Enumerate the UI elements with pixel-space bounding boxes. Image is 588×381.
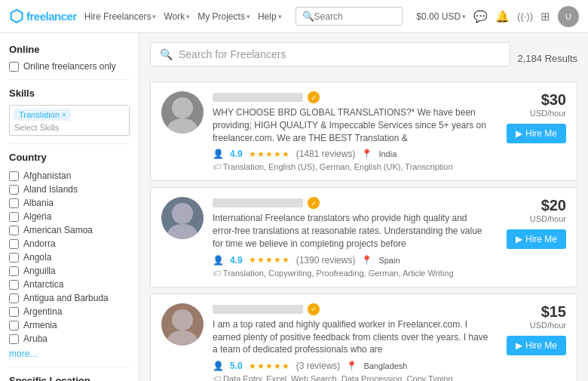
chevron-down-icon: ▾ [278, 13, 282, 20]
country-checkbox[interactable] [9, 280, 19, 290]
online-only-checkbox[interactable] [9, 62, 19, 72]
country-list-item[interactable]: Antarctica [9, 278, 130, 291]
location-section: Specific Location 📍 [9, 375, 130, 381]
country-list-item[interactable]: Armenia [9, 318, 130, 332]
country-name: Andorra [23, 238, 56, 249]
hire-me-button[interactable]: ▶ Hire Me [507, 229, 566, 249]
card-tags: 🏷 Data Entry, Excel, Web Search, Data Pr… [213, 374, 489, 381]
country-checkbox[interactable] [9, 198, 19, 208]
select-skills-label[interactable]: Select Skills [14, 123, 124, 132]
country-checkbox[interactable] [9, 185, 19, 195]
country-list-item[interactable]: Algeria [9, 210, 130, 223]
country-list-item[interactable]: Afghanistan [9, 169, 130, 183]
online-checkbox-row[interactable]: Online freelancers only [9, 61, 130, 72]
country-list-item[interactable]: Aland Islands [9, 183, 130, 196]
rating-number: 5.0 [230, 361, 243, 371]
card-tags: 🏷 Translation, Copywriting, Proofreading… [213, 269, 489, 278]
specific-location-title: Specific Location [9, 375, 130, 381]
message-icon[interactable]: 💬 [473, 10, 488, 23]
freelancer-card: ✓ WHY CHOOSE BRD GLOBAL TRANSLATIONS?* W… [150, 81, 577, 181]
search-icon: 🔍 [302, 11, 314, 22]
card-price: $20 USD/hour [530, 197, 566, 223]
country-list-item[interactable]: Albania [9, 196, 130, 210]
skills-section-title: Skills [9, 88, 130, 99]
card-price: $15 USD/hour [530, 303, 566, 330]
freelancer-name [213, 93, 303, 102]
country-list-item[interactable]: Andorra [9, 237, 130, 250]
country-checkbox[interactable] [9, 239, 19, 249]
price-amount: $30 [530, 91, 566, 109]
country-checkbox[interactable] [9, 212, 19, 222]
nav-help[interactable]: Help ▾ [258, 11, 282, 22]
notification-bell-icon[interactable]: 🔔 [495, 10, 510, 23]
remove-skill-button[interactable]: × [62, 111, 66, 119]
card-tags: 🏷 Translation, English (US), German, Eng… [213, 162, 489, 171]
country-name: American Samoa [23, 225, 93, 235]
logo-icon: ⬡ [9, 7, 23, 26]
nav-hire-freelancers[interactable]: Hire Freelancers ▾ [84, 11, 157, 22]
hire-label: Hire Me [525, 128, 557, 139]
svg-point-1 [167, 118, 198, 134]
country-checkbox[interactable] [9, 226, 19, 235]
country-checkbox[interactable] [9, 266, 19, 276]
card-name-row: ✓ [213, 303, 489, 315]
search-row: 🔍 Search for Freelancers 2,184 Results [150, 42, 577, 74]
nav-right: $0.00 USD ▾ 💬 🔔 ((·)) ⊞ U [416, 6, 579, 27]
country-name: Algeria [23, 211, 51, 222]
country-name: Albania [23, 198, 54, 208]
country-name: Aruba [23, 333, 47, 344]
card-meta-row: 👤 4.9 ★★★★★ (1390 reviews) 📍 Spain [213, 255, 489, 266]
price-amount: $15 [530, 303, 566, 321]
country-name: Aland Islands [23, 184, 78, 195]
freelancer-card: ✓ I am a top rated and highly qualified … [150, 293, 577, 381]
country-list-item[interactable]: Anguilla [9, 264, 130, 278]
nav-search-bar[interactable]: 🔍 [296, 7, 403, 26]
country-checkbox[interactable] [9, 321, 19, 330]
country-list-item[interactable]: Angola [9, 250, 130, 264]
reviews-count: (3 reviews) [296, 361, 341, 371]
person-icon: 👤 [213, 361, 224, 371]
country-list-item[interactable]: Antigua and Barbuda [9, 291, 130, 305]
nav-work[interactable]: Work ▾ [164, 11, 190, 22]
country-checkbox[interactable] [9, 171, 19, 181]
location-name: India [378, 149, 397, 158]
reviews-count: (1481 reviews) [296, 149, 356, 159]
location-name: Bangladesh [363, 361, 407, 370]
search-bar[interactable]: 🔍 Search for Freelancers [150, 42, 510, 66]
rating-number: 4.9 [230, 149, 243, 159]
hire-label: Hire Me [525, 234, 557, 244]
hire-me-button[interactable]: ▶ Hire Me [507, 336, 566, 355]
card-body: ✓ I am a top rated and highly qualified … [213, 303, 489, 381]
skills-box[interactable]: Translation × Select Skills [9, 105, 130, 136]
svg-point-0 [172, 97, 193, 118]
divider [9, 79, 130, 80]
card-body: ✓ WHY CHOOSE BRD GLOBAL TRANSLATIONS?* W… [213, 91, 489, 171]
country-checkbox[interactable] [9, 334, 19, 344]
svg-point-3 [167, 224, 198, 239]
person-icon: 👤 [213, 255, 224, 266]
country-list-item[interactable]: Aruba [9, 332, 130, 346]
hire-me-button[interactable]: ▶ Hire Me [507, 124, 566, 143]
logo[interactable]: ⬡ freelancer [9, 7, 77, 26]
grid-icon[interactable]: ⊞ [541, 10, 550, 23]
skill-tag: Translation × [14, 109, 71, 121]
more-countries-link[interactable]: more... [9, 349, 37, 359]
online-only-label: Online freelancers only [23, 61, 116, 72]
country-list-item[interactable]: American Samoa [9, 223, 130, 237]
main-layout: Online Online freelancers only Skills Tr… [0, 33, 588, 381]
country-name: Anguilla [23, 266, 56, 276]
country-list-item[interactable]: Argentina [9, 305, 130, 318]
hire-icon: ▶ [516, 128, 522, 139]
location-name: Spain [378, 256, 400, 265]
navbar: ⬡ freelancer Hire Freelancers ▾ Work ▾ M… [0, 0, 588, 33]
country-checkbox[interactable] [9, 307, 19, 317]
nav-my-projects[interactable]: My Projects ▾ [198, 11, 250, 22]
divider [9, 143, 130, 144]
avatar[interactable]: U [558, 6, 579, 27]
country-checkbox[interactable] [9, 253, 19, 263]
nav-balance[interactable]: $0.00 USD ▾ [416, 11, 466, 22]
country-checkbox[interactable] [9, 293, 19, 303]
nav-search-input[interactable] [314, 11, 397, 22]
freelancer-name [213, 198, 303, 207]
signal-icon[interactable]: ((·)) [517, 11, 533, 22]
